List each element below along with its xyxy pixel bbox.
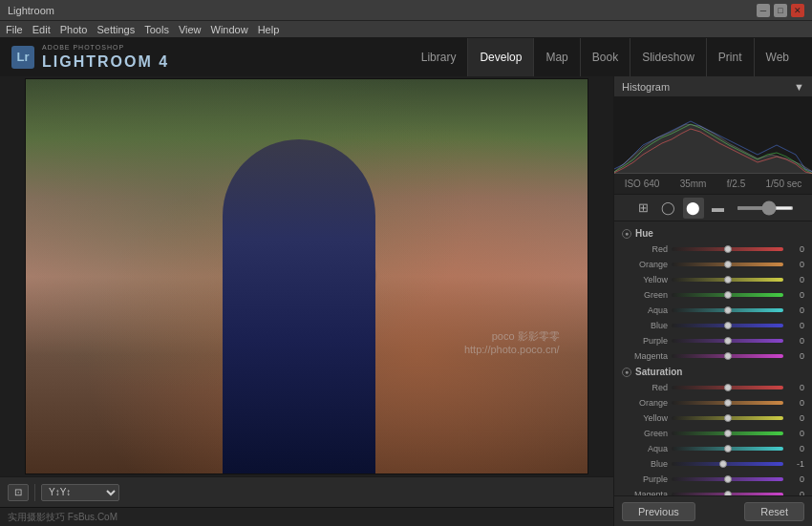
sat-red-track[interactable]	[672, 386, 783, 389]
hue-red-row: Red 0	[614, 242, 812, 257]
sat-aqua-row: Aqua 0	[614, 441, 812, 456]
sat-green-value: 0	[783, 429, 804, 438]
sliders-panel: ● Hue Red 0 Orange 0 Yellow 0 Green	[614, 221, 812, 495]
tab-book[interactable]: Book	[580, 38, 630, 76]
maximize-button[interactable]: □	[774, 4, 787, 17]
separator	[34, 484, 35, 501]
logo-subtitle: ADOBE PHOTOSHOP	[42, 44, 169, 52]
hue-red-track[interactable]	[672, 247, 783, 251]
hue-purple-label: Purple	[622, 336, 672, 346]
menu-help[interactable]: Help	[258, 24, 280, 35]
sat-green-track[interactable]	[672, 431, 783, 435]
hue-yellow-row: Yellow 0	[614, 272, 812, 287]
tab-slideshow[interactable]: Slideshow	[630, 38, 706, 76]
sat-red-row: Red 0	[614, 380, 812, 395]
hue-green-track[interactable]	[672, 293, 783, 297]
lr-logo: Lr ADOBE PHOTOSHOP LIGHTROOM 4	[11, 44, 169, 71]
sat-purple-track[interactable]	[672, 477, 783, 481]
hue-purple-row: Purple 0	[614, 333, 812, 348]
hue-yellow-label: Yellow	[622, 275, 672, 284]
hue-aqua-track[interactable]	[672, 308, 783, 312]
status-text: 实用摄影技巧 FsBus.CoM	[8, 511, 118, 524]
tool-icons-bar: ⊞ ◯ ⬤ ▬	[614, 195, 812, 221]
grid-tool-icon[interactable]: ⊞	[633, 198, 654, 219]
rect-tool-icon[interactable]: ▬	[708, 198, 729, 219]
sat-red-label: Red	[622, 383, 672, 392]
histogram-area	[614, 97, 812, 174]
hue-section-label: Hue	[635, 228, 653, 239]
hue-yellow-track[interactable]	[672, 278, 783, 282]
window-title: Lightroom	[8, 5, 757, 16]
sat-purple-row: Purple 0	[614, 472, 812, 487]
saturation-toggle-icon[interactable]: ●	[622, 368, 631, 377]
window-controls: ─ □ ✕	[757, 4, 804, 17]
hue-section-toggle[interactable]: ● Hue	[614, 225, 812, 242]
tab-library[interactable]: Library	[410, 38, 468, 76]
close-button[interactable]: ✕	[791, 4, 804, 17]
tab-web[interactable]: Web	[754, 38, 801, 76]
menu-photo[interactable]: Photo	[60, 24, 88, 35]
sat-orange-track[interactable]	[672, 401, 783, 405]
photo-overlay-text: 585900	[233, 257, 380, 296]
sat-aqua-track[interactable]	[672, 447, 783, 451]
right-panel: Histogram ▼ ISO 640 35mm f/2.5	[613, 76, 812, 526]
saturation-section-toggle[interactable]: ● Saturation	[614, 364, 812, 380]
menu-file[interactable]: File	[6, 24, 23, 35]
saturation-section-label: Saturation	[635, 367, 682, 377]
hue-green-label: Green	[622, 290, 672, 300]
sat-magenta-track[interactable]	[672, 493, 783, 495]
hue-yellow-value: 0	[783, 275, 804, 284]
hue-purple-value: 0	[783, 336, 804, 346]
hue-blue-track[interactable]	[672, 324, 783, 327]
hue-aqua-value: 0	[783, 305, 804, 315]
histogram-chart	[614, 97, 812, 174]
hue-magenta-value: 0	[783, 351, 804, 361]
menu-window[interactable]: Window	[211, 24, 248, 35]
sat-aqua-value: 0	[783, 444, 804, 453]
dot-tool-icon[interactable]: ⬤	[683, 198, 704, 219]
sat-yellow-track[interactable]	[672, 416, 783, 420]
sat-orange-label: Orange	[622, 398, 672, 408]
tab-map[interactable]: Map	[533, 38, 579, 76]
menu-tools[interactable]: Tools	[144, 24, 169, 35]
hue-toggle-icon[interactable]: ●	[622, 229, 631, 239]
iso-info: ISO 640	[625, 179, 660, 189]
tool-slider[interactable]	[737, 206, 794, 210]
menu-view[interactable]: View	[179, 24, 202, 35]
histogram-header[interactable]: Histogram ▼	[614, 76, 812, 97]
view-mode-select[interactable]: Y↕Y↕ Before/After	[41, 484, 119, 501]
sat-blue-value: -1	[783, 459, 804, 469]
tab-print[interactable]: Print	[706, 38, 754, 76]
menu-bar: File Edit Photo Settings Tools View Wind…	[0, 21, 812, 38]
watermark-line2: http://photo.poco.cn/	[464, 344, 560, 355]
sat-blue-track[interactable]	[672, 462, 783, 466]
image-panel: 585900 poco 影影零零 http://photo.poco.cn/ ⊡…	[0, 76, 613, 526]
hue-red-value: 0	[783, 244, 804, 254]
logo-text: ADOBE PHOTOSHOP LIGHTROOM 4	[42, 44, 169, 71]
minimize-button[interactable]: ─	[757, 4, 770, 17]
hue-orange-label: Orange	[622, 260, 672, 269]
hue-blue-row: Blue 0	[614, 318, 812, 333]
tab-develop[interactable]: Develop	[467, 38, 533, 76]
main-area: 585900 poco 影影零零 http://photo.poco.cn/ ⊡…	[0, 76, 812, 526]
hue-green-value: 0	[783, 290, 804, 300]
hue-blue-label: Blue	[622, 321, 672, 330]
hue-magenta-track[interactable]	[672, 354, 783, 358]
reset-button[interactable]: Reset	[744, 502, 804, 521]
sat-magenta-row: Magenta 0	[614, 487, 812, 495]
menu-edit[interactable]: Edit	[32, 24, 51, 35]
hue-purple-track[interactable]	[672, 339, 783, 343]
sat-blue-label: Blue	[622, 459, 672, 469]
camera-info: ISO 640 35mm f/2.5 1/50 sec	[614, 174, 812, 195]
sat-aqua-label: Aqua	[622, 444, 672, 453]
hue-orange-track[interactable]	[672, 263, 783, 266]
menu-settings[interactable]: Settings	[96, 24, 135, 35]
aperture-info: f/2.5	[727, 179, 745, 189]
focal-info: 35mm	[680, 179, 707, 189]
previous-button[interactable]: Previous	[622, 502, 695, 521]
histogram-toggle-icon[interactable]: ▼	[794, 81, 804, 93]
crop-button[interactable]: ⊡	[8, 484, 29, 501]
circle-tool-icon[interactable]: ◯	[658, 198, 679, 219]
histogram-title: Histogram	[622, 81, 670, 93]
status-bar: 实用摄影技巧 FsBus.CoM	[0, 507, 613, 526]
